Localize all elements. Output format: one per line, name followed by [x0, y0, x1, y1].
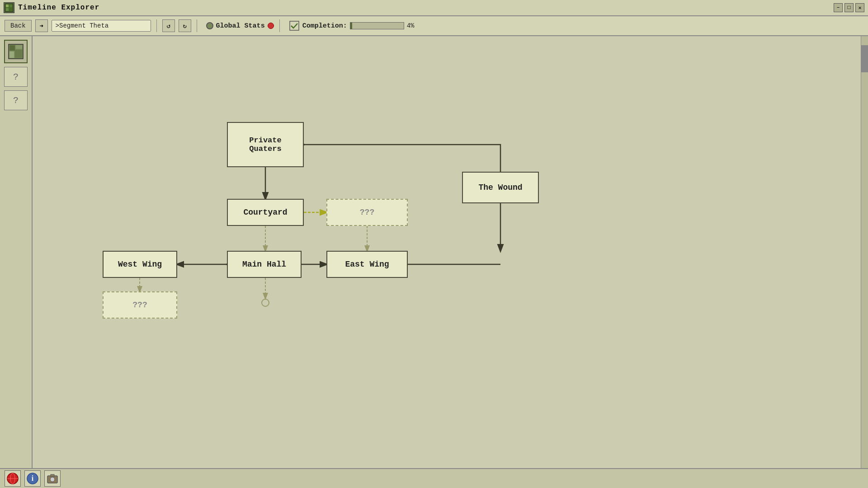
- svg-rect-7: [9, 45, 15, 51]
- sidebar-item-map[interactable]: [4, 40, 28, 63]
- node-unknown-top[interactable]: ???: [326, 199, 408, 226]
- node-west-wing[interactable]: West Wing: [103, 251, 177, 278]
- forward2-icon[interactable]: ↻: [179, 19, 191, 32]
- title-bar: Timeline Explorer – □ ✕: [0, 0, 868, 16]
- globe-icon: [206, 22, 213, 29]
- window-controls: – □ ✕: [834, 3, 864, 12]
- record-icon: [268, 23, 274, 29]
- svg-rect-3: [6, 8, 9, 11]
- separator-2: [197, 19, 197, 32]
- minimize-button[interactable]: –: [834, 3, 843, 12]
- svg-rect-1: [6, 5, 9, 7]
- scrollbar-thumb[interactable]: [861, 45, 868, 72]
- completion-area: Completion: 4%: [289, 20, 415, 31]
- separator-1: [156, 19, 157, 32]
- bottom-icon-camera[interactable]: [44, 470, 61, 487]
- sidebar-item-unknown-2[interactable]: ?: [4, 90, 28, 110]
- app-icon: [4, 2, 14, 13]
- node-courtyard[interactable]: Courtyard: [227, 199, 304, 226]
- svg-rect-9: [9, 52, 14, 58]
- node-the-wound[interactable]: The Wound: [462, 172, 539, 203]
- completion-label: Completion:: [302, 22, 347, 30]
- node-east-wing[interactable]: East Wing: [326, 251, 408, 278]
- node-private-quarters[interactable]: PrivateQuaters: [227, 122, 304, 167]
- completion-percent: 4%: [407, 22, 415, 29]
- vertical-scrollbar[interactable]: [861, 36, 868, 468]
- back-button[interactable]: Back: [5, 20, 32, 32]
- sidebar: ? ?: [0, 36, 33, 468]
- bottom-icon-info[interactable]: i: [24, 470, 41, 487]
- forward-icon[interactable]: ➜: [35, 19, 48, 32]
- separator-3: [279, 19, 280, 32]
- svg-point-27: [50, 477, 55, 482]
- canvas-area: PrivateQuaters Courtyard ??? The Wound W…: [33, 36, 861, 468]
- completion-bar-fill: [350, 23, 353, 29]
- svg-rect-8: [16, 45, 22, 49]
- close-button[interactable]: ✕: [855, 3, 864, 12]
- app-title: Timeline Explorer: [18, 4, 99, 12]
- svg-rect-10: [15, 50, 22, 58]
- node-main-hall[interactable]: Main Hall: [227, 251, 302, 278]
- bottom-icon-globe[interactable]: [5, 470, 21, 487]
- sidebar-item-unknown-1[interactable]: ?: [4, 67, 28, 87]
- svg-rect-28: [51, 474, 54, 477]
- global-stats-area: Global Stats: [206, 22, 274, 30]
- svg-rect-4: [9, 8, 12, 11]
- main-layout: ? ?: [0, 36, 868, 468]
- completion-bar: [350, 22, 404, 29]
- refresh-icon[interactable]: ↺: [162, 19, 175, 32]
- bottom-bar: i: [0, 468, 868, 488]
- svg-text:i: i: [32, 474, 34, 482]
- segment-input[interactable]: [52, 20, 151, 32]
- svg-rect-2: [9, 5, 12, 7]
- check-icon: [289, 20, 300, 31]
- toolbar: Back ➜ ↺ ↻ Global Stats Completion: 4%: [0, 16, 868, 36]
- node-unknown-bottom[interactable]: ???: [103, 291, 177, 319]
- maximize-button[interactable]: □: [844, 3, 854, 12]
- global-stats-label[interactable]: Global Stats: [216, 22, 265, 30]
- svg-point-20: [262, 299, 269, 306]
